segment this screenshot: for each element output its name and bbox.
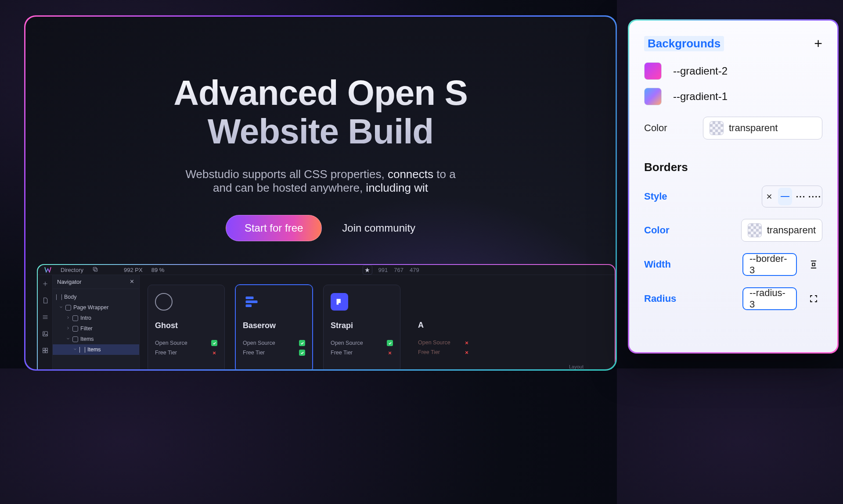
attr-open: Open Source×	[418, 338, 470, 347]
chevron-right-icon	[66, 325, 70, 332]
attr-open: Open Source	[155, 338, 217, 348]
svg-rect-9	[246, 300, 258, 303]
tree-intro[interactable]: Intro	[53, 313, 139, 323]
webstudio-logo-icon	[44, 266, 52, 274]
check-icon	[387, 340, 393, 346]
breakpoint-479[interactable]: 479	[410, 267, 419, 273]
svg-rect-7	[45, 351, 47, 353]
chevron-right-icon	[66, 315, 70, 321]
navigator-title: Navigator	[57, 279, 82, 285]
image-icon[interactable]	[42, 330, 49, 339]
attr-open: Open Source	[243, 338, 305, 348]
x-icon: ×	[387, 350, 393, 356]
card-partial[interactable]: A Open Source× Free Tier×	[411, 285, 477, 368]
card-ghost[interactable]: Ghost Open Source Free Tier×	[148, 285, 225, 368]
box-icon	[72, 315, 78, 321]
svg-point-3	[44, 332, 45, 333]
close-icon[interactable]	[129, 279, 135, 286]
svg-rect-10	[246, 304, 252, 307]
card-title: A	[418, 321, 470, 330]
page-icon[interactable]	[42, 297, 49, 306]
builder-body: Navigator Body Page Wrapper	[38, 275, 615, 368]
tool-rail	[38, 275, 53, 368]
x-icon: ×	[464, 340, 470, 346]
copy-icon[interactable]	[92, 266, 98, 274]
check-icon	[299, 350, 305, 356]
canvas-size: 992 PX	[124, 267, 143, 273]
hero-subtitle: Webstudio supports all CSS properties, c…	[52, 168, 589, 195]
box-icon	[65, 305, 71, 311]
builder-topbar: Directory 992 PX 89 % 991 767 479	[38, 265, 615, 275]
svg-rect-8	[246, 297, 254, 299]
style-panel-mock: Layout	[569, 364, 613, 368]
builder-inner: Directory 992 PX 89 % 991 767 479	[38, 265, 615, 368]
join-community-link[interactable]: Join community	[342, 222, 415, 234]
breakpoint-767[interactable]: 767	[394, 267, 403, 273]
tree-body[interactable]: Body	[53, 292, 139, 302]
card-baserow[interactable]: Baserow Open Source Free Tier	[235, 285, 313, 368]
x-icon: ×	[211, 350, 217, 356]
cta-row: Start for free Join community	[52, 215, 589, 241]
list-icon	[79, 347, 85, 353]
card-title: Ghost	[155, 321, 217, 330]
svg-rect-6	[43, 351, 45, 353]
navigator-icon[interactable]	[42, 314, 49, 322]
attr-open: Open Source	[331, 338, 393, 348]
add-icon[interactable]	[42, 280, 49, 289]
check-icon	[211, 340, 217, 346]
hero-title-line1: Advanced Open S	[173, 73, 468, 112]
app-frame: Advanced Open S Website Build Webstudio …	[24, 15, 617, 368]
attr-free: Free Tier	[243, 348, 305, 357]
hero-title-line2: Website Build	[208, 112, 433, 151]
attr-free: Free Tier×	[418, 347, 470, 357]
breakpoints: 991 767 479	[363, 265, 419, 275]
navigator-panel: Navigator Body Page Wrapper	[53, 275, 140, 368]
card-strapi[interactable]: Strapi Open Source Free Tier×	[323, 285, 400, 368]
partial-icon	[418, 293, 436, 310]
builder-preview: Directory 992 PX 89 % 991 767 479	[37, 264, 616, 368]
chevron-down-icon	[59, 304, 63, 311]
x-icon: ×	[464, 349, 470, 355]
base-breakpoint-button[interactable]	[363, 265, 372, 275]
check-icon	[299, 340, 305, 346]
svg-rect-4	[43, 348, 45, 350]
navigator-tree: Body Page Wrapper Intro	[53, 289, 139, 357]
strapi-icon	[331, 293, 348, 311]
svg-rect-2	[43, 332, 47, 336]
svg-rect-5	[45, 348, 47, 350]
app-frame-inner: Advanced Open S Website Build Webstudio …	[25, 17, 616, 368]
navigator-header: Navigator	[53, 275, 139, 289]
tree-filter[interactable]: Filter	[53, 323, 139, 334]
baserow-icon	[243, 293, 260, 311]
box-icon	[72, 336, 78, 342]
chevron-down-icon	[73, 347, 77, 353]
svg-rect-0	[94, 268, 97, 271]
card-title: Strapi	[331, 321, 393, 330]
zoom-level[interactable]: 89 %	[151, 267, 165, 273]
tree-items[interactable]: Items	[53, 334, 139, 344]
svg-rect-1	[93, 267, 96, 270]
box-icon	[72, 326, 78, 332]
attr-free: Free Tier×	[331, 348, 393, 357]
body-icon	[56, 294, 62, 300]
components-icon[interactable]	[42, 347, 49, 356]
chevron-down-icon	[66, 336, 70, 342]
tree-items-inner[interactable]: Items	[53, 344, 139, 355]
attr-free: Free Tier×	[155, 348, 217, 357]
canvas[interactable]: Ghost Open Source Free Tier× Baserow Ope…	[140, 275, 615, 368]
project-name[interactable]: Directory	[61, 267, 83, 273]
tree-page-wrapper[interactable]: Page Wrapper	[53, 302, 139, 313]
breakpoint-991[interactable]: 991	[378, 267, 388, 273]
card-title: Baserow	[243, 321, 305, 330]
start-free-button[interactable]: Start for free	[226, 215, 322, 241]
hero: Advanced Open S Website Build Webstudio …	[25, 17, 616, 241]
ghost-icon	[155, 293, 173, 311]
hero-title: Advanced Open S Website Build	[52, 74, 589, 151]
